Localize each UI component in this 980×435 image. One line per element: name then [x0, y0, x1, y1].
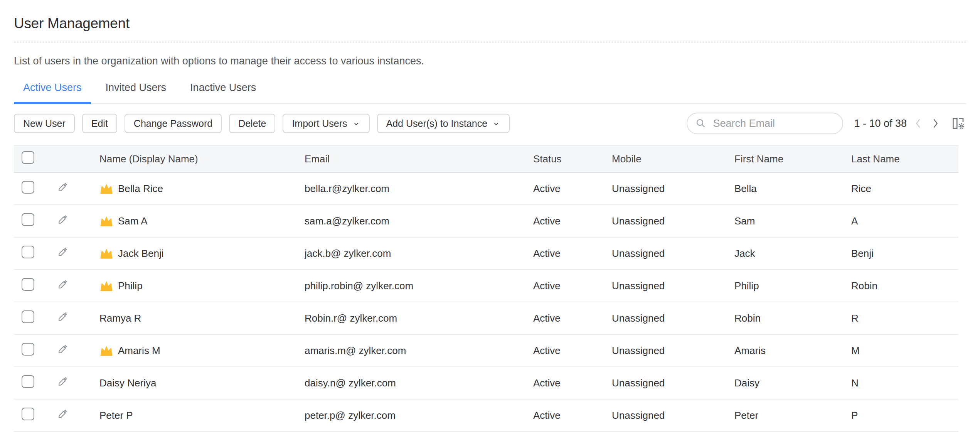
- table-row: Ramya R Robin.r@ zylker.com Active Unass…: [14, 302, 958, 335]
- col-header-first-name: First Name: [734, 153, 851, 165]
- user-mobile: Unassigned: [612, 345, 734, 357]
- user-email: philip.robin@ zylker.com: [305, 280, 533, 292]
- user-first-name: Amaris: [734, 345, 851, 357]
- row-checkbox[interactable]: [22, 246, 34, 258]
- user-display-name: Ramya R: [99, 312, 141, 324]
- user-mobile: Unassigned: [612, 312, 734, 324]
- user-last-name: M: [851, 345, 958, 357]
- pagination-range: 1 - 10 of 38: [854, 118, 907, 130]
- user-last-name: A: [851, 215, 958, 227]
- user-email: daisy.n@ zylker.com: [305, 377, 533, 389]
- tab-active-users[interactable]: Active Users: [14, 82, 91, 103]
- toolbar: New User Edit Change Password Delete Imp…: [14, 113, 966, 134]
- user-status: Active: [533, 215, 612, 227]
- chevron-down-icon: [352, 120, 360, 128]
- user-management-page: User Management List of users in the org…: [14, 0, 966, 432]
- table-row: Philip philip.robin@ zylker.com Active U…: [14, 270, 958, 302]
- row-checkbox[interactable]: [22, 408, 34, 420]
- edit-button[interactable]: Edit: [82, 114, 117, 133]
- user-first-name: Peter: [734, 410, 851, 422]
- user-first-name: Robin: [734, 312, 851, 324]
- row-checkbox[interactable]: [22, 343, 34, 356]
- page-description: List of users in the organization with o…: [14, 55, 966, 67]
- edit-pencil-icon[interactable]: [56, 278, 69, 291]
- table-row: Daisy Neriya daisy.n@ zylker.com Active …: [14, 367, 958, 400]
- user-last-name: Benji: [851, 248, 958, 260]
- user-display-name: Bella Rice: [118, 183, 163, 195]
- search-email-box[interactable]: [687, 113, 843, 134]
- row-checkbox[interactable]: [22, 213, 34, 226]
- edit-pencil-icon[interactable]: [56, 214, 69, 226]
- col-header-mobile: Mobile: [612, 153, 734, 165]
- col-header-last-name: Last Name: [851, 153, 958, 165]
- admin-crown-icon: [99, 280, 113, 292]
- user-last-name: N: [851, 377, 958, 389]
- tab-invited-users[interactable]: Invited Users: [96, 82, 176, 103]
- user-mobile: Unassigned: [612, 248, 734, 260]
- tab-inactive-users[interactable]: Inactive Users: [181, 82, 265, 103]
- row-checkbox[interactable]: [22, 375, 34, 388]
- user-status: Active: [533, 183, 612, 195]
- user-first-name: Philip: [734, 280, 851, 292]
- change-password-button[interactable]: Change Password: [125, 114, 222, 133]
- tabs-bar: Active UsersInvited UsersInactive Users: [14, 82, 966, 104]
- column-settings-button[interactable]: [951, 116, 966, 130]
- col-header-status: Status: [533, 153, 612, 165]
- user-first-name: Jack: [734, 248, 851, 260]
- row-checkbox[interactable]: [22, 181, 34, 194]
- user-email: Robin.r@ zylker.com: [305, 312, 533, 324]
- edit-pencil-icon[interactable]: [56, 343, 69, 356]
- search-icon: [695, 118, 707, 129]
- user-last-name: Rice: [851, 183, 958, 195]
- import-users-button[interactable]: Import Users: [283, 114, 369, 133]
- toolbar-buttons: New User Edit Change Password Delete Imp…: [14, 114, 510, 133]
- table-row: Peter P peter.p@ zylker.com Active Unass…: [14, 400, 958, 432]
- user-status: Active: [533, 280, 612, 292]
- toolbar-right: 1 - 10 of 38: [687, 113, 966, 134]
- table-body: Bella Rice bella.r@zylker.com Active Una…: [14, 173, 958, 432]
- admin-crown-icon: [99, 345, 113, 356]
- edit-pencil-icon[interactable]: [56, 181, 69, 194]
- user-last-name: P: [851, 410, 958, 422]
- new-user-button[interactable]: New User: [14, 114, 75, 133]
- admin-crown-icon: [99, 248, 113, 259]
- search-email-input[interactable]: [712, 117, 837, 130]
- user-status: Active: [533, 410, 612, 422]
- table-row: Bella Rice bella.r@zylker.com Active Una…: [14, 173, 958, 205]
- chevron-down-icon: [492, 120, 500, 128]
- user-mobile: Unassigned: [612, 215, 734, 227]
- user-email: sam.a@zylker.com: [305, 215, 533, 227]
- user-first-name: Bella: [734, 183, 851, 195]
- pagination-prev-button[interactable]: [913, 117, 924, 130]
- admin-crown-icon: [99, 215, 113, 227]
- select-all-checkbox[interactable]: [22, 151, 34, 164]
- user-last-name: R: [851, 312, 958, 324]
- delete-button[interactable]: Delete: [229, 114, 275, 133]
- add-user-s-to-instance-button[interactable]: Add User(s) to Instance: [377, 114, 510, 133]
- col-header-email: Email: [305, 153, 533, 165]
- pagination-next-button[interactable]: [930, 117, 941, 130]
- user-mobile: Unassigned: [612, 280, 734, 292]
- edit-pencil-icon[interactable]: [56, 408, 69, 420]
- user-mobile: Unassigned: [612, 183, 734, 195]
- user-display-name: Sam A: [118, 215, 148, 227]
- page-title: User Management: [14, 15, 966, 32]
- user-last-name: Robin: [851, 280, 958, 292]
- edit-pencil-icon[interactable]: [56, 376, 69, 388]
- title-divider: [14, 42, 966, 42]
- user-mobile: Unassigned: [612, 377, 734, 389]
- user-display-name: Peter P: [99, 410, 133, 422]
- row-checkbox[interactable]: [22, 278, 34, 291]
- user-display-name: Amaris M: [118, 345, 160, 357]
- user-status: Active: [533, 312, 612, 324]
- col-header-name: Name (Display Name): [87, 153, 305, 165]
- user-display-name: Jack Benji: [118, 248, 164, 260]
- table-row: Amaris M amaris.m@ zylker.com Active Una…: [14, 335, 958, 367]
- edit-pencil-icon[interactable]: [56, 311, 69, 323]
- table-header-row: Name (Display Name) Email Status Mobile …: [14, 145, 958, 173]
- row-checkbox[interactable]: [22, 310, 34, 323]
- user-email: peter.p@ zylker.com: [305, 410, 533, 422]
- user-status: Active: [533, 248, 612, 260]
- edit-pencil-icon[interactable]: [56, 246, 69, 258]
- user-display-name: Philip: [118, 280, 143, 292]
